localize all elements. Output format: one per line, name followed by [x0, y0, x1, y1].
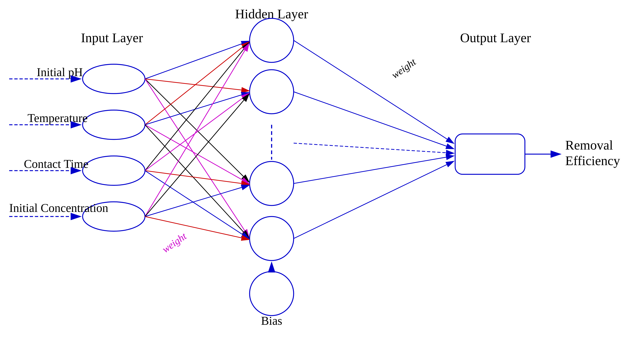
hidden-layer-label: Hidden Layer [235, 6, 308, 21]
weight-label-bottom: weight [160, 230, 189, 255]
conn-h4-out [294, 156, 453, 184]
conn-h1-out [294, 40, 453, 143]
removal-efficiency-label-2: Efficiency [565, 154, 620, 168]
conn-4-h1 [145, 44, 249, 216]
input-label-1: Initial pH [37, 66, 83, 79]
conn-h2-out [294, 92, 453, 148]
conn-hmid-out [294, 143, 453, 153]
conn-2-h4 [145, 125, 249, 184]
conn-2-h2 [145, 93, 249, 125]
input-label-3: Contact Time [24, 157, 88, 170]
hidden-node-1 [250, 18, 294, 62]
conn-3-h4 [145, 171, 249, 184]
conn-3-h1 [145, 43, 249, 171]
hidden-node-2 [250, 70, 294, 114]
output-layer-label: Output Layer [460, 30, 531, 45]
hidden-node-4 [250, 162, 294, 206]
neural-network-diagram: Input Layer Hidden Layer Output Layer In… [0, 0, 644, 342]
hidden-node-5 [250, 216, 294, 260]
conn-1-h2 [145, 79, 249, 91]
input-layer-label: Input Layer [81, 30, 143, 45]
input-node-2 [82, 110, 145, 140]
weight-label-top: weight [390, 56, 418, 81]
output-node [455, 134, 525, 174]
conn-3-h2 [145, 94, 249, 171]
conn-h5-out [294, 162, 453, 238]
removal-efficiency-label-1: Removal [565, 138, 613, 152]
input-label-2: Temperature [28, 111, 88, 124]
input-node-1 [82, 64, 145, 94]
input-node-3 [82, 156, 145, 185]
conn-1-h1 [145, 41, 249, 79]
input-label-4: Initial Concentration [9, 201, 108, 214]
bias-node [250, 272, 294, 316]
conn-1-h5 [145, 79, 249, 237]
bias-label: Bias [261, 314, 282, 327]
